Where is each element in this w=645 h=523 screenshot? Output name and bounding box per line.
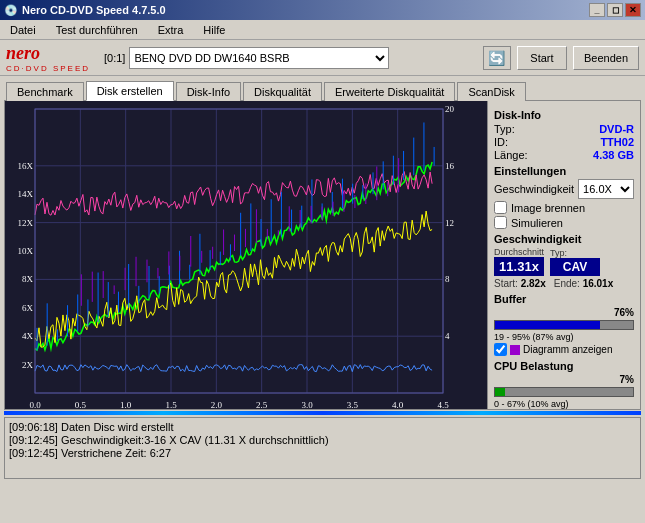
simulieren-label: Simulieren	[511, 217, 563, 229]
disk-laenge-value: 4.38 GB	[593, 149, 634, 161]
disk-id-value: TTH02	[600, 136, 634, 148]
disk-id-label: ID:	[494, 136, 508, 148]
durchschnitt-value: 11.31x	[494, 257, 544, 276]
buffer-bar	[495, 321, 600, 329]
menu-hilfe[interactable]: Hilfe	[197, 22, 231, 38]
tab-disk-info[interactable]: Disk-Info	[176, 82, 241, 101]
buffer-diag-label: Diagramm anzeigen	[523, 344, 613, 355]
simulieren-row: Simulieren	[494, 216, 634, 229]
disk-id-row: ID: TTH02	[494, 136, 634, 148]
close-button[interactable]: ✕	[625, 3, 641, 17]
chart-area	[5, 101, 488, 409]
geschwindigkeit-title: Geschwindigkeit	[494, 233, 634, 245]
disk-typ-row: Typ: DVD-R	[494, 123, 634, 135]
cpu-range: 0 - 67% (10% avg)	[494, 399, 634, 409]
tab-scandisk[interactable]: ScanDisk	[457, 82, 525, 101]
buffer-title: Buffer	[494, 293, 634, 305]
disk-laenge-label: Länge:	[494, 149, 528, 161]
ende-value: 16.01x	[583, 278, 614, 289]
tab-erweiterte[interactable]: Erweiterte Diskqualität	[324, 82, 455, 101]
toolbar: nero CD·DVD SPEED [0:1] BENQ DVD DD DW16…	[0, 40, 645, 76]
titlebar-buttons: _ ◻ ✕	[589, 3, 641, 17]
simulieren-checkbox[interactable]	[494, 216, 507, 229]
image-brennen-row: Image brennen	[494, 201, 634, 214]
log-area: [09:06:18] Daten Disc wird erstellt [09:…	[4, 417, 641, 479]
image-brennen-checkbox[interactable]	[494, 201, 507, 214]
end-button[interactable]: Beenden	[573, 46, 639, 70]
tab-disk-erstellen[interactable]: Disk erstellen	[86, 81, 174, 101]
log-line-1: [09:12:45] Geschwindigkeit:3-16 X CAV (1…	[9, 434, 636, 446]
nero-logo-text: nero	[6, 43, 90, 64]
refresh-button[interactable]: 🔄	[483, 46, 511, 70]
start-value: 2.82x	[521, 278, 546, 289]
titlebar-title: 💿 Nero CD-DVD Speed 4.7.5.0	[4, 4, 166, 17]
menu-extra[interactable]: Extra	[152, 22, 190, 38]
menubar: Datei Test durchführen Extra Hilfe	[0, 20, 645, 40]
side-panel: Disk-Info Typ: DVD-R ID: TTH02 Länge: 4.…	[488, 101, 640, 409]
start-button[interactable]: Start	[517, 46, 567, 70]
buffer-diag-row: Diagramm anzeigen	[494, 343, 634, 356]
buffer-bar-container	[494, 320, 634, 330]
titlebar: 💿 Nero CD-DVD Speed 4.7.5.0 _ ◻ ✕	[0, 0, 645, 20]
tab-benchmark[interactable]: Benchmark	[6, 82, 84, 101]
buffer-percent: 76%	[494, 307, 634, 318]
cpu-percent: 7%	[494, 374, 634, 385]
geschwindigkeit-label: Geschwindigkeit	[494, 183, 574, 195]
einstellungen-title: Einstellungen	[494, 165, 634, 177]
tab-bar: Benchmark Disk erstellen Disk-Info Diskq…	[0, 76, 645, 100]
log-line-0: [09:06:18] Daten Disc wird erstellt	[9, 421, 636, 433]
menu-datei[interactable]: Datei	[4, 22, 42, 38]
titlebar-text: Nero CD-DVD Speed 4.7.5.0	[22, 4, 166, 16]
restore-button[interactable]: ◻	[607, 3, 623, 17]
disk-info-title: Disk-Info	[494, 109, 634, 121]
disk-typ-value: DVD-R	[599, 123, 634, 135]
durchschnitt-label: Durchschnitt	[494, 247, 544, 257]
typ-label: Typ:	[550, 248, 600, 258]
minimize-button[interactable]: _	[589, 3, 605, 17]
start-label: Start:	[494, 278, 518, 289]
buffer-range: 19 - 95% (87% avg)	[494, 332, 634, 342]
cpu-title: CPU Belastung	[494, 360, 634, 372]
drive-select[interactable]: BENQ DVD DD DW1640 BSRB	[129, 47, 389, 69]
progress-bar	[4, 411, 641, 415]
log-line-2: [09:12:45] Verstrichene Zeit: 6:27	[9, 447, 636, 459]
disk-laenge-row: Länge: 4.38 GB	[494, 149, 634, 161]
nero-logo: nero CD·DVD SPEED	[6, 43, 90, 73]
menu-test[interactable]: Test durchführen	[50, 22, 144, 38]
titlebar-icon: 💿	[4, 4, 18, 17]
buffer-diag-dot	[510, 345, 520, 355]
drive-selector: [0:1] BENQ DVD DD DW1640 BSRB	[104, 47, 477, 69]
typ-value: CAV	[550, 258, 600, 276]
cpu-bar	[495, 388, 505, 396]
ende-label: Ende:	[554, 278, 580, 289]
image-brennen-label: Image brennen	[511, 202, 585, 214]
drive-label: [0:1]	[104, 52, 125, 64]
nero-logo-sub: CD·DVD SPEED	[6, 64, 90, 73]
cpu-bar-container	[494, 387, 634, 397]
tab-diskqualitat[interactable]: Diskqualität	[243, 82, 322, 101]
main-content: Disk-Info Typ: DVD-R ID: TTH02 Länge: 4.…	[4, 100, 641, 410]
geschwindigkeit-select[interactable]: 16.0X	[578, 179, 634, 199]
buffer-diag-checkbox[interactable]	[494, 343, 507, 356]
disk-typ-label: Typ:	[494, 123, 515, 135]
